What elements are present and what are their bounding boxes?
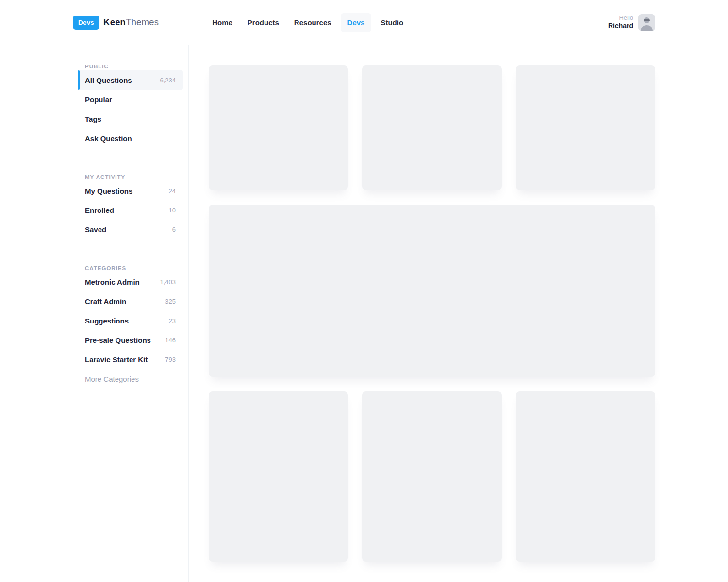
sidebar-item-popular[interactable]: Popular <box>78 90 183 109</box>
user-greeting: Hello <box>608 14 633 22</box>
section-gap <box>78 155 183 174</box>
sidebar-item-all-questions[interactable]: All Questions 6,234 <box>78 70 183 90</box>
nav-item-resources[interactable]: Resources <box>288 13 337 32</box>
nav-item-devs[interactable]: Devs <box>341 13 372 32</box>
sidebar-item-label: Metronic Admin <box>85 278 140 286</box>
sidebar-item-my-questions[interactable]: My Questions 24 <box>78 181 183 200</box>
nav-item-studio[interactable]: Studio <box>375 13 409 32</box>
nav-item-home[interactable]: Home <box>206 13 238 32</box>
main-nav: Home Products Resources Devs Studio <box>206 13 409 32</box>
section-heading-my-activity: MY ACTIVITY <box>78 174 183 180</box>
sidebar-section-public: PUBLIC All Questions 6,234 Popular Tags … <box>78 64 183 148</box>
sidebar-item-more-categories[interactable]: More Categories <box>78 369 183 388</box>
sidebar-section-my-activity: MY ACTIVITY My Questions 24 Enrolled 10 … <box>78 174 183 239</box>
sidebar-item-saved[interactable]: Saved 6 <box>78 220 183 239</box>
sidebar-item-count: 325 <box>165 298 176 305</box>
sidebar-item-label: Ask Question <box>85 134 132 143</box>
sidebar-item-label: Suggestions <box>85 317 129 325</box>
avatar-person-icon <box>638 14 655 31</box>
brand-name-light: Themes <box>126 17 159 27</box>
sidebar-item-label: Craft Admin <box>85 297 126 306</box>
placeholder-card <box>362 65 501 190</box>
sidebar: PUBLIC All Questions 6,234 Popular Tags … <box>0 45 189 582</box>
placeholder-card <box>516 391 655 562</box>
user-name: Richard <box>608 22 633 31</box>
placeholder-card <box>209 65 348 190</box>
section-heading-public: PUBLIC <box>78 64 183 69</box>
sidebar-item-suggestions[interactable]: Suggestions 23 <box>78 311 183 330</box>
placeholder-card-large <box>209 205 655 377</box>
sidebar-item-metronic-admin[interactable]: Metronic Admin 1,403 <box>78 272 183 291</box>
placeholder-card <box>516 65 655 190</box>
sidebar-item-count: 23 <box>169 317 176 324</box>
brand-logo[interactable]: Devs KeenThemes <box>73 16 159 30</box>
sidebar-item-label: Laravic Starter Kit <box>85 356 148 364</box>
placeholder-row-bottom <box>209 391 655 562</box>
brand-name: KeenThemes <box>103 17 159 28</box>
section-heading-categories: CATEGORIES <box>78 265 183 271</box>
user-menu[interactable]: Hello Richard <box>608 14 655 31</box>
sidebar-item-count: 10 <box>169 207 176 214</box>
main-content <box>189 45 728 582</box>
sidebar-item-count: 146 <box>165 337 176 344</box>
sidebar-section-categories: CATEGORIES Metronic Admin 1,403 Craft Ad… <box>78 265 183 388</box>
sidebar-item-enrolled[interactable]: Enrolled 10 <box>78 200 183 220</box>
sidebar-item-label: All Questions <box>85 76 132 84</box>
top-navbar: Devs KeenThemes Home Products Resources … <box>0 0 728 45</box>
placeholder-row-top <box>209 65 655 190</box>
sidebar-item-count: 6 <box>172 226 176 233</box>
nav-item-products[interactable]: Products <box>242 13 285 32</box>
sidebar-item-craft-admin[interactable]: Craft Admin 325 <box>78 291 183 311</box>
sidebar-item-count: 793 <box>165 356 176 363</box>
sidebar-item-count: 24 <box>169 187 176 194</box>
sidebar-item-count: 6,234 <box>160 77 176 84</box>
sidebar-item-label: My Questions <box>85 187 132 195</box>
sidebar-item-label: Pre-sale Questions <box>85 336 151 344</box>
sidebar-item-count: 1,403 <box>160 278 176 286</box>
sidebar-item-ask-question[interactable]: Ask Question <box>78 129 183 148</box>
sidebar-item-label: Tags <box>85 115 101 123</box>
sidebar-item-laravic-starter-kit[interactable]: Laravic Starter Kit 793 <box>78 350 183 369</box>
sidebar-item-label: Popular <box>85 96 112 104</box>
brand-name-bold: Keen <box>103 17 126 27</box>
page-body: PUBLIC All Questions 6,234 Popular Tags … <box>0 45 728 582</box>
user-text: Hello Richard <box>608 14 633 31</box>
sidebar-item-label: Saved <box>85 226 106 234</box>
placeholder-card <box>362 391 501 562</box>
sidebar-item-label: Enrolled <box>85 206 114 214</box>
section-gap <box>78 246 183 265</box>
sidebar-item-pre-sale-questions[interactable]: Pre-sale Questions 146 <box>78 330 183 350</box>
sidebar-item-label: More Categories <box>85 375 139 383</box>
devs-badge: Devs <box>73 16 99 30</box>
avatar[interactable] <box>638 14 655 31</box>
placeholder-card <box>209 391 348 562</box>
sidebar-item-tags[interactable]: Tags <box>78 109 183 129</box>
